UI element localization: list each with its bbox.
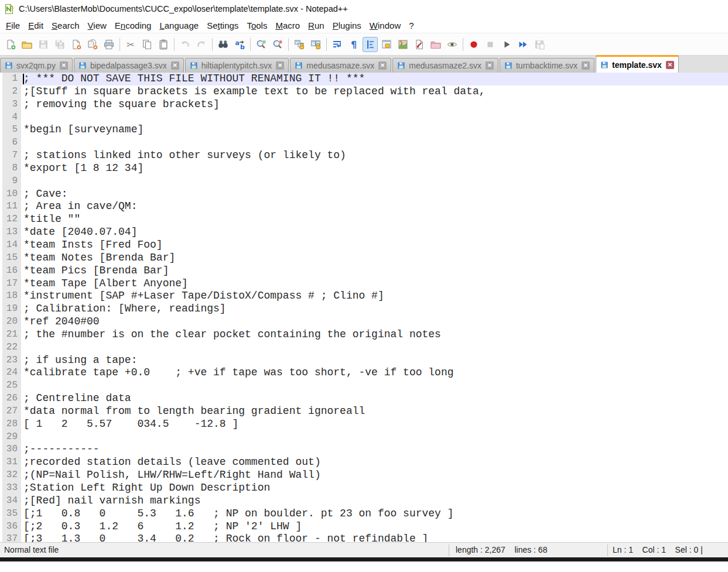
editor-line[interactable]: 26; Centreline data bbox=[0, 392, 728, 405]
editor-line[interactable]: 8*export [1 8 12 34] bbox=[0, 162, 728, 175]
function-list-icon[interactable] bbox=[379, 37, 394, 52]
tab-close-icon[interactable]: ✕ bbox=[378, 61, 387, 70]
editor-line[interactable]: 25 bbox=[0, 379, 728, 392]
menu-view[interactable]: View bbox=[84, 19, 111, 32]
indent-guide-icon[interactable] bbox=[363, 37, 378, 52]
editor-line[interactable]: 30;----------- bbox=[0, 443, 728, 456]
editor-line[interactable]: 37[;3 1.3 0 3.4 0.2 ; Rock on floor - no… bbox=[0, 533, 728, 542]
tab-close-icon[interactable]: ✕ bbox=[171, 61, 179, 70]
tab-template-svx[interactable]: template.svx✕ bbox=[596, 55, 679, 73]
tab-close-icon[interactable]: ✕ bbox=[486, 61, 494, 70]
menu-file[interactable]: File bbox=[2, 19, 24, 32]
folder-as-workspace-icon[interactable] bbox=[428, 37, 443, 52]
line-text: ; the #number is on the clear pocket con… bbox=[21, 328, 728, 341]
editor-line[interactable]: 13*date [2040.07.04] bbox=[0, 226, 728, 239]
editor-line[interactable]: 3; removing the square brackets] bbox=[0, 98, 728, 111]
menu-edit[interactable]: Edit bbox=[24, 19, 47, 32]
sync-vertical-scroll-icon[interactable] bbox=[292, 37, 307, 52]
menu-help[interactable]: ? bbox=[405, 19, 418, 32]
tab-close-icon[interactable]: ✕ bbox=[60, 61, 68, 70]
editor-line[interactable]: 32;(NP=Nail Polish, LHW/RHW=Left/Right H… bbox=[0, 469, 728, 482]
editor-line[interactable]: 4 bbox=[0, 111, 728, 124]
tab-turnbacktime-svx[interactable]: turnbacktime.svx✕ bbox=[500, 58, 594, 73]
menu-settings[interactable]: Settings bbox=[203, 19, 242, 32]
editor-line[interactable]: 33;Station Left Right Up Down Descriptio… bbox=[0, 482, 728, 495]
editor-line[interactable]: 10; Cave: bbox=[0, 188, 728, 201]
editor-line[interactable]: 2;[Stuff in square brackets is example t… bbox=[0, 85, 728, 98]
tab-medusasmaze-svx[interactable]: medusasmaze.svx✕ bbox=[290, 58, 391, 73]
editor-line[interactable]: 15*team Notes [Brenda Bar] bbox=[0, 252, 728, 265]
editor-line[interactable]: 17*team Tape [Albert Anyone] bbox=[0, 278, 728, 290]
editor-line[interactable]: 11; Area in cave/QM: bbox=[0, 200, 728, 213]
new-file-icon[interactable] bbox=[3, 37, 18, 52]
text-editor[interactable]: 1; *** DO NOT SAVE THIS FILE WITHOUT REN… bbox=[0, 73, 728, 542]
editor-line[interactable]: 35[;1 0.8 0 5.3 1.6 ; NP on boulder. pt … bbox=[0, 508, 728, 520]
menu-encoding[interactable]: Encoding bbox=[111, 19, 156, 32]
record-macro-icon[interactable] bbox=[466, 37, 481, 52]
menu-search[interactable]: Search bbox=[47, 19, 84, 32]
line-number: 5 bbox=[2, 124, 21, 136]
notepadpp-icon[interactable] bbox=[4, 4, 15, 15]
tab-medusasmaze2-svx[interactable]: medusasmaze2.svx✕ bbox=[392, 58, 498, 73]
menu-macro[interactable]: Macro bbox=[271, 19, 304, 32]
editor-line[interactable]: 24*calibrate tape +0.0 ; +ve if tape was… bbox=[0, 367, 728, 379]
replace-icon[interactable]: ab bbox=[232, 37, 247, 52]
editor-line[interactable]: 20*ref 2040#00 bbox=[0, 316, 728, 328]
close-all-icon[interactable] bbox=[85, 37, 100, 52]
tab-bipedalpassage3-svx[interactable]: bipedalpassage3.svx✕ bbox=[74, 58, 184, 73]
editor-line[interactable]: 16*team Pics [Brenda Bar] bbox=[0, 265, 728, 278]
menu-plugins[interactable]: Plugins bbox=[329, 19, 365, 32]
editor-line[interactable]: 12*title "" bbox=[0, 213, 728, 226]
editor-line[interactable]: 22 bbox=[0, 341, 728, 354]
line-number: 18 bbox=[2, 290, 21, 303]
editor-line[interactable]: 21; the #number is on the clear pocket c… bbox=[0, 328, 728, 341]
editor-line[interactable]: 18*instrument [SAP #+Laser Tape/DistoX/C… bbox=[0, 290, 728, 303]
copy-icon[interactable] bbox=[139, 37, 155, 52]
editor-line[interactable]: 1; *** DO NOT SAVE THIS FILE WITHOUT REN… bbox=[0, 73, 728, 85]
editor-line[interactable]: 23; if using a tape: bbox=[0, 354, 728, 367]
line-text: ; Cave: bbox=[21, 188, 728, 201]
menu-language[interactable]: Language bbox=[155, 19, 203, 32]
tab-close-icon[interactable]: ✕ bbox=[582, 61, 590, 70]
open-file-icon[interactable] bbox=[19, 37, 35, 52]
paste-icon[interactable] bbox=[156, 37, 171, 52]
editor-line[interactable]: 6 bbox=[0, 136, 728, 149]
zoom-in-icon[interactable] bbox=[254, 37, 269, 52]
tab-close-icon[interactable]: ✕ bbox=[666, 61, 674, 69]
play-macro-icon[interactable] bbox=[499, 37, 514, 52]
close-icon[interactable] bbox=[69, 37, 84, 52]
tab-hiltiaplentypitch-svx[interactable]: hiltiaplentypitch.svx✕ bbox=[185, 58, 289, 73]
sync-horizontal-scroll-icon[interactable] bbox=[308, 37, 323, 52]
editor-line[interactable]: 28[ 1 2 5.57 034.5 -12.8 ] bbox=[0, 418, 728, 431]
line-text: *date [2040.07.04] bbox=[21, 226, 728, 239]
menu-tools[interactable]: Tools bbox=[242, 19, 271, 32]
saved-floppy-icon bbox=[600, 60, 609, 70]
run-macro-multiple-icon[interactable] bbox=[515, 37, 531, 52]
print-icon[interactable] bbox=[101, 37, 117, 52]
line-number: 30 bbox=[2, 443, 21, 456]
monitoring-icon[interactable] bbox=[445, 37, 460, 52]
menu-run[interactable]: Run bbox=[304, 19, 329, 32]
editor-line[interactable]: 9 bbox=[0, 175, 728, 188]
line-number: 13 bbox=[2, 226, 21, 239]
zoom-out-icon[interactable] bbox=[270, 37, 285, 52]
editor-line[interactable]: 5*begin [surveyname] bbox=[0, 124, 728, 136]
document-switcher-icon[interactable] bbox=[412, 37, 427, 52]
editor-line[interactable]: 29 bbox=[0, 431, 728, 444]
document-map-icon[interactable] bbox=[395, 37, 411, 52]
cut-icon[interactable]: ✂ bbox=[123, 37, 138, 52]
editor-line[interactable]: 36[;2 0.3 1.2 6 1.2 ; NP '2' LHW ] bbox=[0, 520, 728, 533]
editor-line[interactable]: 31;recorded station details (leave comme… bbox=[0, 456, 728, 469]
editor-line[interactable]: 7; stations linked into other surveys (o… bbox=[0, 149, 728, 162]
editor-line[interactable]: 14*team Insts [Fred Foo] bbox=[0, 239, 728, 252]
line-text: ;[Stuff in square brackets is example te… bbox=[21, 85, 728, 98]
editor-line[interactable]: 19; Calibration: [Where, readings] bbox=[0, 303, 728, 316]
tab-close-icon[interactable]: ✕ bbox=[276, 61, 284, 70]
tab-svx2qm-py[interactable]: svx2qm.py✕ bbox=[0, 58, 73, 73]
editor-line[interactable]: 27*data normal from to length bearing gr… bbox=[0, 405, 728, 418]
editor-line[interactable]: 34;[Red] nail varnish markings bbox=[0, 495, 728, 508]
find-icon[interactable] bbox=[216, 37, 231, 52]
show-all-characters-icon[interactable]: ¶ bbox=[346, 37, 361, 52]
menu-window[interactable]: Window bbox=[365, 19, 405, 32]
word-wrap-icon[interactable] bbox=[330, 37, 345, 52]
